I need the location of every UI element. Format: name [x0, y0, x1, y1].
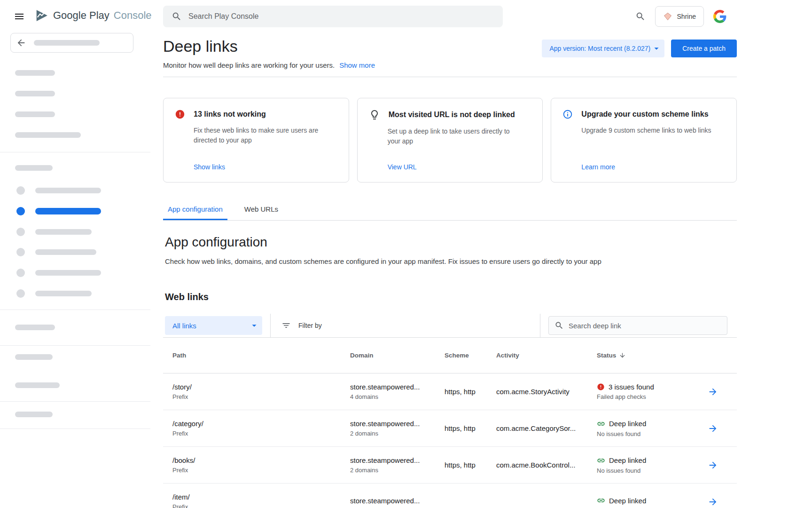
sidebar-divider [0, 401, 150, 402]
skeleton-bar [15, 91, 55, 96]
scheme-value: https, http [445, 388, 496, 396]
status-detail: No issues found [597, 467, 707, 474]
info-icon [562, 109, 573, 119]
open-row-button[interactable] [707, 496, 718, 508]
logo-text-main: Google Play [53, 9, 109, 22]
sidebar-nav-item-selected[interactable] [16, 207, 101, 215]
status-text: Deep linked [609, 497, 646, 505]
column-header-status[interactable]: Status [597, 352, 707, 359]
skeleton-bar [15, 382, 60, 388]
path-type: Prefix [172, 503, 350, 508]
skeleton-bar [35, 188, 101, 193]
table-row[interactable]: /story/ Prefix store.steampowered... 4 d… [163, 373, 737, 410]
status-detail: No issues found [597, 430, 707, 437]
section-title: App configuration [163, 234, 737, 251]
card-title: Upgrade your custom scheme links [581, 110, 708, 119]
links-filter-label: All links [172, 322, 196, 330]
skeleton-bar [15, 70, 55, 76]
table-row[interactable]: /item/ Prefix store.steampowered... Deep… [163, 484, 737, 508]
skeleton-bar [35, 291, 92, 296]
global-search-input[interactable] [188, 12, 494, 21]
sidebar-nav-item[interactable] [16, 289, 92, 298]
activity-value: com.acme.CategorySor... [496, 424, 597, 432]
domain-count: 2 domains [350, 430, 445, 437]
activity-value: com.acme.BookControl... [496, 461, 597, 469]
arrow-back-icon [16, 38, 26, 48]
tab-web-urls[interactable]: Web URLs [240, 205, 283, 220]
skeleton-bar [15, 132, 81, 138]
table-row[interactable]: /books/ Prefix store.steampowered... 2 d… [163, 447, 737, 484]
links-filter-dropdown[interactable]: All links [165, 316, 262, 335]
learn-more-link[interactable]: Learn more [581, 163, 615, 171]
insight-cards: 13 links not working Fix these web links… [163, 98, 737, 183]
skeleton-circle [16, 269, 25, 277]
header-divider [163, 77, 737, 77]
play-console-logo-icon [35, 8, 49, 23]
play-console-logo[interactable]: Google Play Console [35, 8, 152, 23]
card-upgrade-schemes: Upgrade your custom scheme links Upgrade… [551, 98, 737, 183]
card-body: Set up a deep link to take users directl… [388, 127, 531, 146]
column-header-activity: Activity [496, 352, 597, 359]
create-patch-button[interactable]: Create a patch [671, 40, 737, 57]
domain-value: store.steampowered... [350, 456, 445, 464]
logo-text-secondary: Console [114, 9, 152, 22]
filter-by-button[interactable]: Filter by [281, 321, 322, 330]
card-title: Most visited URL is not deep linked [389, 111, 515, 119]
global-search[interactable] [163, 6, 503, 27]
scheme-value: https, http [445, 461, 496, 469]
table-toolbar: All links Filter by [163, 314, 737, 338]
view-url-link[interactable]: View URL [388, 163, 417, 171]
app-switcher-chip[interactable]: Shrine [655, 6, 704, 27]
column-header-scheme: Scheme [445, 352, 496, 359]
shrine-app-icon [663, 12, 672, 21]
filter-icon [281, 321, 291, 330]
skeleton-circle [16, 186, 25, 195]
show-more-link[interactable]: Show more [339, 61, 375, 69]
sidebar-nav-item[interactable] [16, 269, 101, 277]
sidebar-nav-item[interactable] [16, 228, 92, 236]
sidebar-nav-item[interactable] [16, 248, 96, 256]
table-row[interactable]: /category/ Prefix store.steampowered... … [163, 410, 737, 447]
domain-count: 4 domains [350, 393, 445, 400]
activity-value: com.acme.StoryActivity [496, 388, 597, 396]
status-text: 3 issues found [609, 383, 654, 391]
skeleton-bar [15, 111, 55, 117]
deep-link-search-input[interactable] [569, 322, 721, 330]
skeleton-bar [34, 40, 100, 46]
chevron-down-icon [249, 320, 259, 331]
lightbulb-icon [369, 109, 380, 120]
show-links-link[interactable]: Show links [194, 163, 225, 171]
link-icon [597, 496, 605, 505]
search-icon-secondary[interactable] [635, 11, 646, 22]
link-icon [597, 456, 605, 465]
path-value: /books/ [172, 456, 350, 464]
sidebar-nav-item[interactable] [16, 186, 101, 195]
topbar: Google Play Console Shrine [0, 0, 812, 33]
web-links-title: Web links [163, 292, 737, 302]
link-icon [597, 420, 605, 428]
main-content: Deep links Monitor how well deep links a… [163, 33, 737, 508]
path-type: Prefix [172, 393, 350, 400]
topbar-actions: Shrine [635, 0, 726, 33]
domain-value: store.steampowered... [350, 497, 445, 505]
skeleton-bar [15, 412, 53, 417]
open-row-button[interactable] [707, 386, 718, 397]
open-row-button[interactable] [707, 460, 718, 471]
back-nav-button[interactable] [10, 33, 133, 53]
app-version-dropdown[interactable]: App version: Most recent (8.2.027) [542, 40, 664, 57]
card-links-not-working: 13 links not working Fix these web links… [163, 98, 349, 183]
error-icon [175, 109, 185, 119]
status-detail: Failed app checks [597, 393, 707, 400]
path-type: Prefix [172, 430, 350, 437]
open-row-button[interactable] [707, 423, 718, 434]
tab-app-configuration[interactable]: App configuration [163, 205, 227, 220]
path-type: Prefix [172, 467, 350, 474]
page-header: Deep links Monitor how well deep links a… [163, 36, 737, 69]
menu-icon[interactable] [13, 10, 25, 23]
skeleton-bar [35, 229, 92, 235]
deep-link-search[interactable] [548, 316, 727, 335]
path-value: /item/ [172, 493, 350, 501]
page-subtitle: Monitor how well deep links are working … [163, 61, 335, 69]
arrow-forward-icon [708, 423, 718, 434]
status-text: Deep linked [609, 420, 646, 428]
